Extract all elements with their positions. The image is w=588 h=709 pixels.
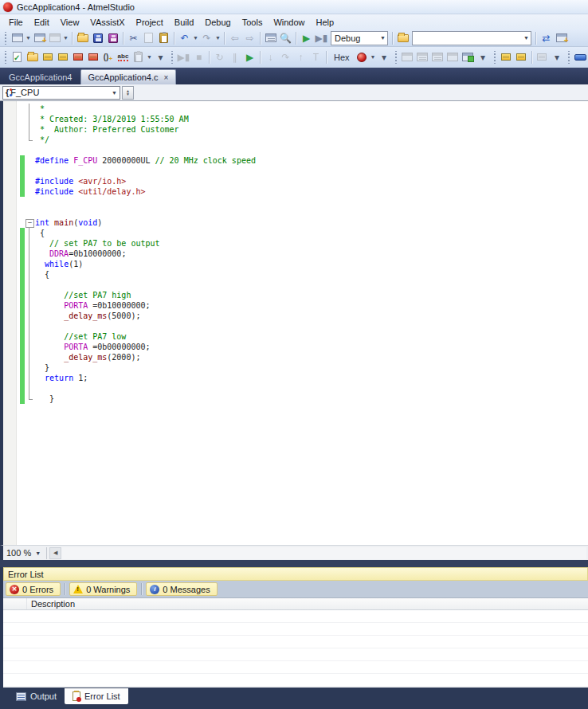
zoom-control[interactable]: 100 % ▼ [3, 546, 44, 560]
code-line[interactable]: * Author: Preferred Customer [3, 124, 588, 135]
undo-button[interactable]: ↶ [177, 31, 192, 45]
code-line[interactable]: #define F_CPU 20000000UL // 20 MHz clock… [3, 155, 588, 166]
dropdown-arrow-icon[interactable]: ▼ [62, 31, 69, 45]
code-line[interactable] [3, 280, 588, 290]
va-symbol-button[interactable]: () [100, 50, 116, 65]
find-button[interactable]: 🔍 [278, 31, 293, 45]
code-line[interactable] [3, 197, 588, 207]
quickstart-button[interactable] [573, 50, 588, 65]
start-debugging-button[interactable]: ▶ [299, 31, 314, 45]
filter-button-0-warnings[interactable]: 0 Warnings [69, 582, 137, 596]
chevron-down-icon[interactable]: ▼ [523, 35, 529, 41]
toolbox-button[interactable] [47, 31, 62, 45]
dropdown-arrow-icon[interactable]: ▼ [214, 31, 221, 45]
menu-item-file[interactable]: File [3, 16, 29, 29]
document-tab-gccapplication4[interactable]: GccApplication4 [2, 69, 80, 84]
document-tab-gccapplication4-c[interactable]: GccApplication4.c× [80, 69, 177, 84]
filter-button-0-errors[interactable]: ✕0 Errors [6, 582, 61, 596]
code-line[interactable]: _delay_ms(5000); [3, 311, 588, 321]
scroll-left-icon[interactable]: ◀ [49, 547, 61, 559]
fold-collapse-icon[interactable] [25, 217, 35, 228]
add-device-button[interactable] [55, 50, 70, 65]
paste-special-button[interactable] [131, 50, 146, 65]
step-into-button[interactable]: ↓ [263, 50, 278, 65]
toolbar-overflow-button[interactable]: ▾ [377, 50, 392, 65]
start-without-debugging-button[interactable]: ▶▮ [314, 31, 329, 45]
menu-item-build[interactable]: Build [169, 16, 199, 29]
code-line[interactable]: while(1) [3, 259, 588, 269]
redo-button[interactable]: ↷ [199, 31, 214, 45]
horizontal-scrollbar[interactable] [61, 547, 586, 559]
copy-button[interactable] [141, 31, 156, 45]
code-line[interactable] [3, 383, 588, 394]
symbol-navigation-combo[interactable]: { F_CPU ▼ [2, 86, 120, 100]
menu-item-project[interactable]: Project [131, 16, 169, 29]
paste-button[interactable] [156, 31, 171, 45]
tool-window-tab-error-list[interactable]: Error List [65, 688, 128, 704]
io-view-button[interactable] [499, 50, 514, 65]
memory-window-button[interactable] [461, 50, 476, 65]
stop-debugging-button[interactable]: ■ [191, 50, 206, 65]
device-pack-manager-button[interactable] [554, 31, 569, 45]
open-file-button[interactable] [75, 31, 90, 45]
tool-window-tab-output[interactable]: Output [8, 688, 65, 704]
solution-explorer-button[interactable] [263, 31, 278, 45]
code-editor[interactable]: * * Created: 3/18/2019 1:55:50 AM * Auth… [0, 101, 588, 545]
watch-window-button[interactable] [400, 50, 415, 65]
disassembly-button[interactable] [535, 50, 550, 65]
navigate-backward-button[interactable]: ⇦ [227, 31, 242, 45]
chevron-down-icon[interactable]: ▼ [112, 90, 117, 96]
dropdown-arrow-icon[interactable]: ▼ [192, 31, 199, 45]
menu-item-edit[interactable]: Edit [29, 16, 55, 29]
solution-configurations-combo[interactable]: Debug▼ [331, 31, 388, 45]
continue-button[interactable]: ▶▮ [176, 50, 191, 65]
code-line[interactable]: * Created: 3/18/2019 1:55:50 AM [3, 114, 588, 124]
code-line[interactable]: DDRA=0b10000000; [3, 249, 588, 259]
spell-check-button[interactable]: abc [116, 50, 131, 65]
code-line[interactable]: //set PA7 high [3, 290, 588, 300]
locals-window-button[interactable] [415, 50, 430, 65]
code-line[interactable]: int main(void) [3, 217, 588, 228]
dropdown-arrow-icon[interactable]: ▼ [370, 50, 377, 65]
callstack-window-button[interactable] [430, 50, 445, 65]
code-line[interactable]: _delay_ms(2000); [3, 352, 588, 362]
run-button[interactable]: ▶ [242, 50, 257, 65]
code-line[interactable]: { [3, 269, 588, 280]
navigate-forward-button[interactable]: ⇨ [242, 31, 257, 45]
step-over-button[interactable]: ↷ [278, 50, 293, 65]
read-device-button[interactable] [85, 50, 100, 65]
code-line[interactable]: //set PA7 low [3, 331, 588, 342]
symbol-spinner[interactable]: ▲ ▼ [122, 86, 134, 100]
new-project-button[interactable] [10, 31, 25, 45]
menu-item-debug[interactable]: Debug [199, 16, 236, 29]
build-solution-button[interactable] [10, 50, 25, 65]
restart-button[interactable]: ↻ [212, 50, 227, 65]
description-column-header[interactable]: Description [27, 599, 75, 609]
code-line[interactable]: #include <avr/io.h> [3, 176, 588, 186]
processor-status-button[interactable] [514, 50, 529, 65]
toolbar-overflow-button[interactable]: ▾ [153, 50, 168, 65]
step-out-button[interactable]: ↑ [293, 50, 308, 65]
spin-down-icon[interactable]: ▼ [126, 92, 130, 96]
break-all-button[interactable]: ∥ [227, 50, 242, 65]
menu-item-vassistx[interactable]: VAssistX [84, 16, 130, 29]
code-line[interactable]: #include <util/delay.h> [3, 186, 588, 197]
code-line[interactable] [3, 166, 588, 176]
menu-item-tools[interactable]: Tools [237, 16, 269, 29]
menu-item-window[interactable]: Window [268, 16, 310, 29]
dropdown-arrow-icon[interactable]: ▼ [146, 50, 153, 65]
code-line[interactable] [3, 145, 588, 155]
close-icon[interactable]: × [164, 73, 169, 82]
code-line[interactable]: } [3, 394, 588, 404]
hex-display-button[interactable]: Hex [329, 50, 355, 65]
code-line[interactable]: PORTA =0b00000000; [3, 342, 588, 352]
write-device-button[interactable] [70, 50, 85, 65]
code-line[interactable] [3, 207, 588, 217]
device-programming-button[interactable] [40, 50, 55, 65]
code-line[interactable] [3, 321, 588, 331]
add-new-item-button[interactable] [32, 31, 47, 45]
code-line[interactable]: return 1; [3, 373, 588, 383]
open-project-button[interactable] [25, 50, 40, 65]
filter-button-0-messages[interactable]: i0 Messages [146, 582, 217, 596]
code-line[interactable]: } [3, 362, 588, 373]
